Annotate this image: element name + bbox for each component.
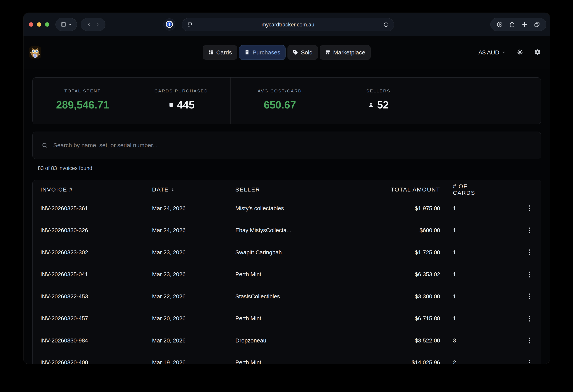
reload-icon[interactable] (383, 22, 389, 27)
browser-toolbar: mycardtracker.com.au (23, 13, 550, 36)
col-header-seller[interactable]: SELLER (235, 187, 381, 193)
tab-label: Sold (301, 49, 313, 56)
zoom-window-button[interactable] (45, 22, 49, 27)
table-row[interactable]: INV-20260325-041 Mar 23, 2026 Perth Mint… (33, 264, 541, 286)
site-header: Cards Purchases Sold (23, 36, 550, 69)
row-menu-button[interactable] (527, 314, 532, 324)
seller-name: Dropzoneau (235, 337, 381, 344)
tab-label: Cards (216, 49, 232, 56)
total-amount: $3,300.00 (381, 293, 440, 300)
invoice-date: Mar 19, 2026 (152, 359, 235, 364)
tabs-icon (534, 21, 540, 28)
site-logo-owl[interactable] (29, 46, 41, 59)
header-right-controls: A$ AUD (477, 49, 542, 56)
tab-purchases[interactable]: Purchases (239, 45, 286, 60)
download-icon (497, 21, 503, 28)
stats-summary-bar: TOTAL SPENT 289,546.71 CARDS PURCHASED 4… (32, 77, 541, 124)
col-header-num-cards[interactable]: # OF CARDS (440, 183, 479, 196)
col-header-invoice[interactable]: INVOICE # (40, 187, 152, 193)
card-stack-icon (168, 102, 174, 108)
total-amount: $600.00 (381, 227, 440, 234)
stat-avg-cost: AVG COST/CARD 650.67 (231, 78, 329, 124)
new-tab-button[interactable] (521, 21, 528, 28)
reader-view-icon[interactable] (187, 22, 193, 27)
settings-button[interactable] (533, 49, 542, 56)
gear-icon (534, 49, 541, 56)
tag-icon (293, 50, 298, 55)
share-icon (509, 21, 515, 28)
stats-spacer (428, 78, 541, 124)
total-amount: $6,353.02 (381, 271, 440, 278)
row-menu-button[interactable] (527, 204, 532, 213)
password-manager-button[interactable] (163, 18, 175, 31)
table-row[interactable]: INV-20260323-302 Mar 23, 2026 Swapitt Ca… (33, 241, 541, 264)
invoice-number: INV-20260322-453 (40, 293, 152, 300)
col-header-date[interactable]: DATE (152, 187, 235, 193)
page-content: TOTAL SPENT 289,546.71 CARDS PURCHASED 4… (23, 69, 550, 364)
address-bar[interactable]: mycardtracker.com.au (182, 18, 394, 31)
table-row[interactable]: INV-20260322-453 Mar 22, 2026 StasisColl… (33, 286, 541, 307)
search-input[interactable] (53, 142, 532, 149)
forward-button[interactable] (95, 22, 100, 27)
table-row[interactable]: INV-20260330-984 Mar 20, 2026 Dropzoneau… (33, 329, 541, 352)
row-menu-button[interactable] (527, 226, 532, 235)
tab-marketplace[interactable]: Marketplace (320, 45, 370, 60)
card-count: 1 (440, 227, 479, 234)
results-summary: 83 of 83 invoices found (32, 165, 541, 171)
sidebar-menu-button[interactable] (68, 23, 72, 26)
share-button[interactable] (509, 21, 515, 28)
row-menu-button[interactable] (527, 336, 532, 345)
invoice-date: Mar 24, 2026 (152, 227, 235, 234)
stat-value: 289,546.71 (56, 99, 109, 111)
tab-cards[interactable]: Cards (203, 45, 237, 60)
col-header-total-amount[interactable]: TOTAL AMOUNT (381, 187, 440, 193)
row-menu-button[interactable] (527, 248, 532, 257)
invoice-date: Mar 23, 2026 (152, 249, 235, 256)
seller-name: Ebay MistysCollecta... (235, 227, 381, 234)
invoice-number: INV-20260325-041 (40, 271, 152, 278)
chevron-down-icon (68, 23, 72, 26)
stat-value: 650.67 (264, 99, 296, 111)
table-row[interactable]: INV-20260325-361 Mar 24, 2026 Misty’s co… (33, 197, 541, 220)
row-menu-button[interactable] (527, 358, 532, 364)
card-count: 1 (440, 315, 479, 322)
tab-overview-button[interactable] (534, 21, 540, 28)
card-count: 1 (440, 293, 479, 300)
table-row[interactable]: INV-20260330-326 Mar 24, 2026 Ebay Misty… (33, 220, 541, 242)
close-window-button[interactable] (29, 22, 33, 27)
plus-icon (521, 21, 528, 28)
minimize-window-button[interactable] (37, 22, 41, 27)
row-menu-button[interactable] (527, 270, 532, 279)
sidebar-toggle-button[interactable] (61, 21, 66, 27)
card-count: 1 (440, 205, 479, 212)
row-menu-button[interactable] (527, 291, 532, 301)
back-button[interactable] (87, 22, 91, 27)
stat-value: 445 (177, 99, 195, 111)
sidebar-icon (61, 21, 66, 27)
desktop-background: mycardtracker.com.au (0, 0, 573, 392)
downloads-button[interactable] (497, 21, 503, 28)
stat-label: SELLERS (366, 88, 391, 94)
seller-name: Perth Mint (235, 315, 381, 322)
tab-sold[interactable]: Sold (287, 45, 318, 60)
chevron-down-icon (502, 51, 506, 54)
total-amount: $14,025.96 (381, 359, 440, 364)
table-row[interactable]: INV-20260320-400 Mar 19, 2026 Perth Mint… (33, 352, 541, 364)
invoice-number: INV-20260330-326 (40, 227, 152, 234)
url-text[interactable]: mycardtracker.com.au (193, 22, 383, 28)
main-navigation: Cards Purchases Sold (203, 45, 370, 60)
stat-label: CARDS PURCHASED (154, 88, 208, 94)
cards-grid-icon (208, 50, 214, 55)
card-count: 2 (440, 359, 479, 364)
currency-label: A$ AUD (478, 49, 499, 56)
total-amount: $6,715.88 (381, 315, 440, 322)
toolbar-right-controls (490, 18, 546, 31)
total-amount: $1,725.00 (381, 249, 440, 256)
theme-toggle-button[interactable] (515, 49, 524, 56)
currency-selector[interactable]: A$ AUD (477, 49, 507, 56)
browser-window: mycardtracker.com.au (23, 13, 550, 364)
seller-name: StasisCollectibles (235, 293, 381, 300)
search-bar (32, 132, 541, 159)
table-row[interactable]: INV-20260320-457 Mar 20, 2026 Perth Mint… (33, 307, 541, 330)
invoice-number: INV-20260320-400 (40, 359, 152, 364)
